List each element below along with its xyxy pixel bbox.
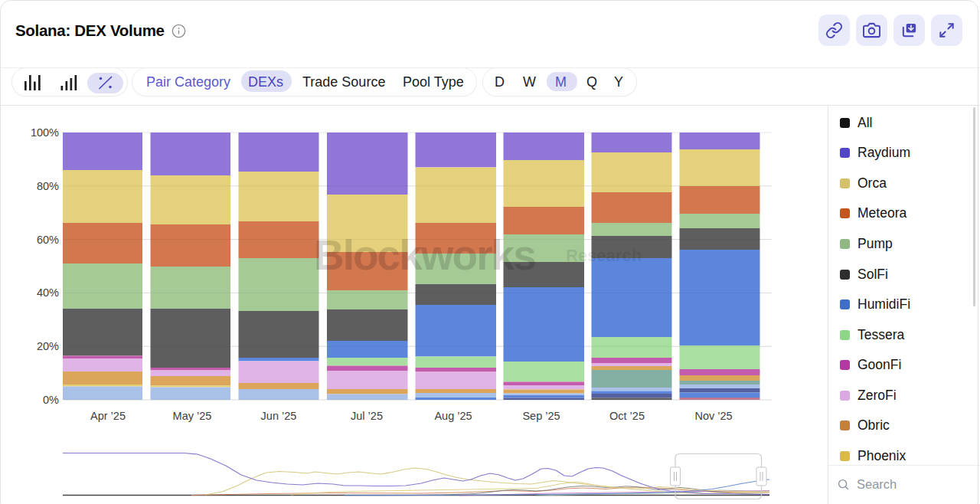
svg-text:Jul ’25: Jul ’25: [351, 410, 383, 422]
svg-text:Research: Research: [566, 246, 642, 265]
svg-text:Aug ’25: Aug ’25: [434, 410, 472, 422]
svg-text:Blockworks: Blockworks: [314, 231, 535, 279]
svg-text:40%: 40%: [37, 286, 59, 299]
svg-text:20%: 20%: [37, 340, 59, 352]
svg-text:Apr ’25: Apr ’25: [90, 410, 126, 422]
svg-text:May ’25: May ’25: [173, 410, 212, 422]
svg-text:Oct ’25: Oct ’25: [609, 410, 645, 422]
svg-text:Nov ’25: Nov ’25: [694, 410, 732, 422]
svg-text:0%: 0%: [43, 394, 59, 406]
svg-text:60%: 60%: [37, 234, 59, 246]
svg-text:80%: 80%: [37, 180, 59, 192]
svg-text:100%: 100%: [31, 126, 59, 139]
svg-text:Jun ’25: Jun ’25: [261, 410, 297, 422]
svg-text:Sep ’25: Sep ’25: [522, 410, 560, 422]
